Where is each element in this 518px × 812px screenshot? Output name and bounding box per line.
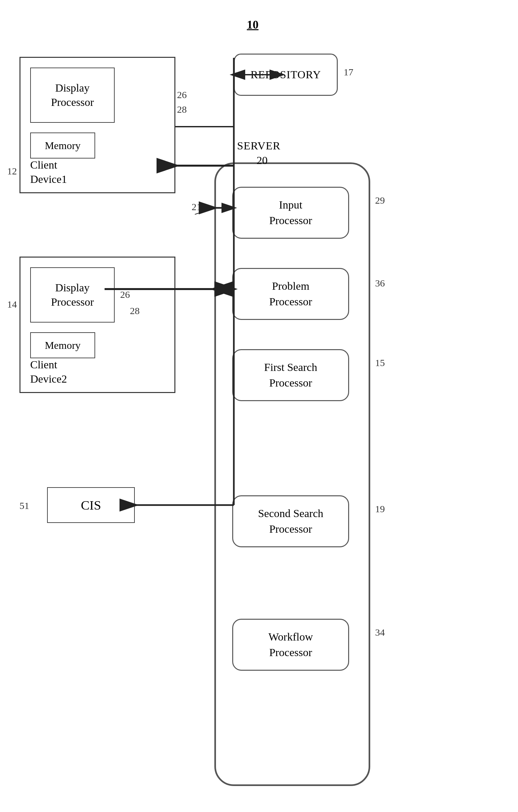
diagram: 10 DisplayProcessor Memory ClientDevice1…	[0, 0, 518, 812]
server-label: SERVER	[237, 140, 281, 152]
client1-memory: Memory	[30, 133, 95, 158]
ref-19: 19	[375, 503, 385, 515]
client1-label: ClientDevice1	[30, 158, 67, 186]
ref-28-client2: 28	[130, 305, 140, 316]
server-number: 20	[257, 154, 268, 167]
server-outer-box: InputProcessor ProblemProcessor First Se…	[214, 163, 370, 786]
ref-26-client1: 26	[177, 89, 187, 100]
client2-outer-box: DisplayProcessor Memory ClientDevice2	[20, 257, 175, 393]
ref-26-client2: 26	[120, 289, 130, 300]
ref-15: 15	[375, 357, 385, 368]
workflow-processor-box: WorkflowProcessor	[232, 619, 349, 671]
cis-box: CIS	[47, 487, 135, 523]
figure-number: 10	[247, 18, 259, 31]
ref-28-client1: 28	[177, 104, 187, 115]
input-processor-box: InputProcessor	[232, 187, 349, 239]
problem-processor-box: ProblemProcessor	[232, 268, 349, 320]
ref-34: 34	[375, 627, 385, 638]
repository-label: REPOSITORY	[250, 68, 321, 81]
ref-36: 36	[375, 278, 385, 289]
ref-14: 14	[7, 299, 17, 310]
cis-label: CIS	[81, 498, 101, 513]
ref-29: 29	[375, 195, 385, 206]
client2-display-processor: DisplayProcessor	[30, 267, 115, 322]
repository-box: REPOSITORY	[234, 54, 338, 96]
client1-outer-box: DisplayProcessor Memory ClientDevice1	[20, 57, 175, 193]
second-search-processor-box: Second SearchProcessor	[232, 495, 349, 547]
ref-17: 17	[344, 66, 353, 78]
ref-12: 12	[7, 166, 17, 177]
client1-display-processor: DisplayProcessor	[30, 67, 115, 123]
first-search-processor-box: First SearchProcessor	[232, 349, 349, 401]
client2-memory: Memory	[30, 332, 95, 358]
ref-51: 51	[20, 500, 29, 511]
ref-21: 21	[192, 201, 201, 212]
client2-label: ClientDevice2	[30, 357, 67, 386]
